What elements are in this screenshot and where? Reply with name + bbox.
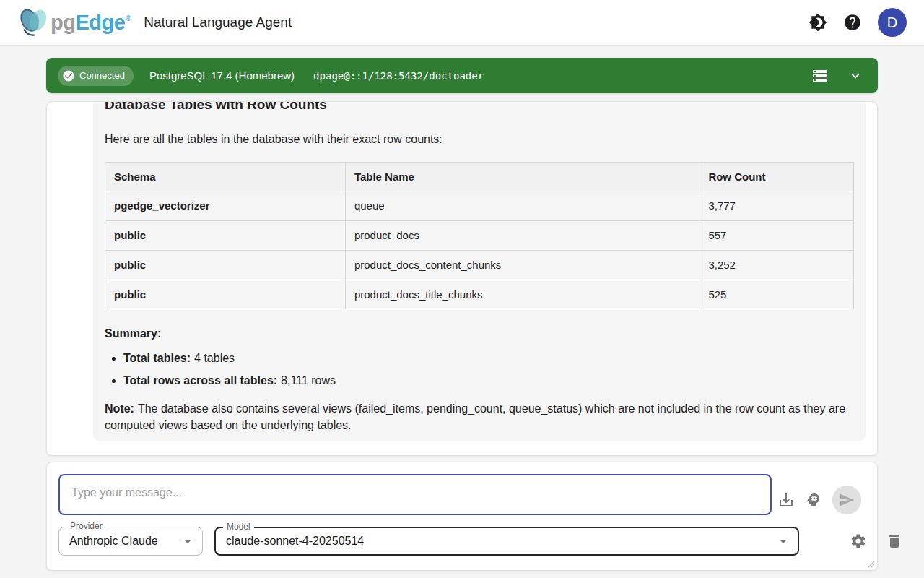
note-text: The database also contains several views… — [105, 402, 845, 431]
cell-schema: public — [105, 221, 346, 251]
table-header-row: Schema Table Name Row Count — [105, 162, 854, 191]
note-paragraph: Note:The database also contains several … — [105, 400, 854, 434]
resize-handle[interactable] — [868, 561, 875, 568]
theme-toggle-button[interactable] — [808, 13, 827, 32]
send-button[interactable] — [832, 486, 861, 514]
server-version-label: PostgreSQL 17.4 (Homebrew) — [149, 69, 295, 82]
column-header-row-count: Row Count — [699, 162, 854, 191]
cell-schema: public — [105, 280, 346, 309]
column-header-table-name: Table Name — [345, 162, 699, 191]
chat-history-panel: Database Tables with Row Counts Here are… — [46, 101, 878, 456]
download-icon — [777, 491, 795, 509]
connection-string: dpage@::1/128:5432/docloader — [313, 70, 484, 82]
list-item: Total tables:4 tables — [123, 350, 854, 366]
summary-list: Total tables:4 tables Total rows across … — [110, 350, 854, 389]
cell-table-name: product_docs_title_chunks — [345, 280, 699, 309]
chevron-down-icon — [847, 68, 863, 84]
composer-panel: Provider Anthropic Claude Model claude-s… — [46, 462, 878, 571]
pgedge-logo-text: pgEdge® — [51, 11, 131, 35]
connection-status-bar: Connected PostgreSQL 17.4 (Homebrew) dpa… — [46, 58, 878, 93]
cell-table-name: product_docs — [345, 221, 699, 251]
help-button[interactable] — [843, 13, 862, 32]
message-intro: Here are all the tables in the database … — [105, 131, 854, 147]
model-select-value: claude-sonnet-4-20250514 — [216, 535, 775, 548]
cell-schema: pgedge_vectorizer — [105, 191, 346, 221]
message-input[interactable] — [58, 474, 772, 515]
bullet-value: 4 tables — [194, 352, 235, 364]
model-select-label: Model — [223, 522, 254, 532]
note-label: Note: — [105, 402, 134, 415]
table-row: public product_docs_content_chunks 3,252 — [105, 250, 854, 280]
dropdown-caret-icon — [775, 532, 792, 550]
clear-chat-button[interactable] — [886, 532, 903, 550]
pgedge-logo-icon — [17, 7, 51, 38]
column-header-schema: Schema — [105, 162, 346, 191]
settings-button[interactable] — [850, 532, 867, 550]
cell-table-name: queue — [345, 191, 699, 221]
bullet-value: 8,111 rows — [281, 374, 336, 387]
help-icon — [843, 13, 862, 32]
cell-row-count: 525 — [699, 280, 854, 309]
summary-heading: Summary: — [105, 325, 854, 342]
storage-icon — [811, 67, 829, 85]
provider-select-value: Anthropic Claude — [59, 535, 179, 548]
pgedge-logo: pgEdge® — [17, 7, 131, 38]
table-row: public product_docs_title_chunks 525 — [105, 280, 854, 309]
bullet-label: Total rows across all tables: — [123, 374, 277, 387]
reasoning-toggle-button[interactable] — [805, 491, 822, 509]
db-tables-table: Schema Table Name Row Count pgedge_vecto… — [105, 162, 854, 310]
dropdown-caret-icon — [179, 532, 196, 550]
cell-row-count: 3,252 — [699, 250, 854, 280]
connection-status-label: Connected — [79, 70, 125, 81]
provider-select[interactable]: Provider Anthropic Claude — [58, 527, 203, 556]
list-item: Total rows across all tables:8,111 rows — [123, 372, 854, 389]
page-title: Natural Language Agent — [144, 14, 292, 30]
model-select[interactable]: Model claude-sonnet-4-20250514 — [214, 527, 799, 556]
provider-select-label: Provider — [66, 521, 106, 531]
cell-row-count: 3,777 — [699, 191, 854, 221]
message-heading: Database Tables with Row Counts — [105, 101, 854, 115]
bullet-label: Total tables: — [123, 352, 191, 364]
download-chat-button[interactable] — [777, 491, 795, 509]
check-circle-icon — [62, 69, 75, 82]
brightness-toggle-icon — [808, 13, 827, 32]
cell-schema: public — [105, 250, 346, 280]
connection-status-badge: Connected — [58, 66, 134, 86]
gear-icon — [850, 532, 867, 550]
connection-list-button[interactable] — [811, 67, 829, 85]
trash-icon — [886, 532, 903, 550]
send-icon — [839, 492, 855, 508]
cell-table-name: product_docs_content_chunks — [345, 250, 699, 280]
connection-collapse-button[interactable] — [847, 68, 863, 84]
app-header: pgEdge® Natural Language Agent D — [0, 0, 924, 46]
table-row: pgedge_vectorizer queue 3,777 — [105, 191, 854, 221]
assistant-message: Database Tables with Row Counts Here are… — [93, 101, 866, 441]
user-avatar[interactable]: D — [878, 8, 907, 37]
cell-row-count: 557 — [699, 221, 854, 251]
table-row: public product_docs 557 — [105, 221, 854, 251]
psychology-icon — [805, 491, 822, 509]
